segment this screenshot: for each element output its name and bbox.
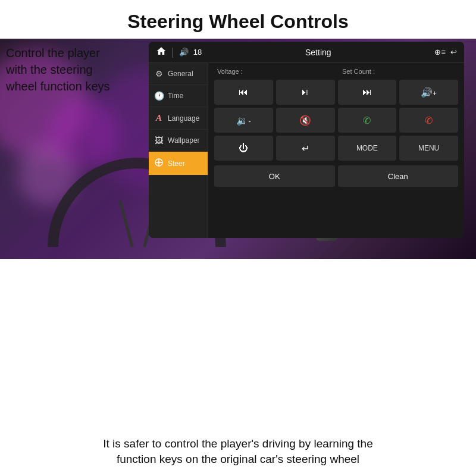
sidebar-label-wallpaper: Wallpaper (168, 136, 200, 145)
page-title: Steering Wheel Controls (0, 0, 476, 39)
left-description: Control the player with the steering whe… (6, 45, 110, 95)
top-bar: | 🔊 18 Setting ⊕≡ ↩ (149, 42, 464, 63)
time-icon: 🕐 (154, 91, 164, 101)
sidebar-label-steer: Steer (168, 159, 185, 168)
play-pause-button[interactable]: ⏯ (276, 80, 335, 105)
sidebar: ⚙ General 🕐 Time A Language 🖼 Wallpaper (149, 63, 208, 238)
steer-icon (154, 158, 164, 169)
general-icon: ⚙ (154, 69, 164, 79)
power-button[interactable]: ⏻ (214, 136, 273, 161)
call-reject-icon: ✆ (425, 115, 433, 126)
mute-icon: 🔇 (299, 115, 311, 126)
clean-button[interactable]: Clean (338, 165, 459, 187)
control-button-grid: ⏮ ⏯ ⏭ 🔊+ 🔉- 🔇 (214, 80, 458, 161)
volume-up-button[interactable]: 🔊+ (399, 80, 458, 105)
top-bar-right: ⊕≡ ↩ (434, 48, 457, 57)
ok-button[interactable]: OK (214, 165, 335, 187)
sidebar-label-time: Time (168, 92, 183, 100)
voltage-label: Voltage : (217, 68, 330, 75)
prev-track-icon: ⏮ (239, 87, 248, 98)
next-track-icon: ⏭ (362, 87, 372, 98)
call-accept-icon: ✆ (363, 115, 371, 126)
top-bar-title: Setting (305, 48, 331, 57)
usb-icon: ⊕≡ (434, 48, 446, 57)
sidebar-item-steer[interactable]: Steer (149, 152, 208, 176)
bottom-text: It is safer to control the player's driv… (0, 428, 476, 476)
bottom-text-line2: function keys on the original car's stee… (117, 453, 359, 465)
sidebar-label-language: Language (168, 114, 199, 123)
svg-point-1 (158, 161, 160, 164)
top-bar-left: | 🔊 18 (156, 46, 202, 58)
sidebar-item-general[interactable]: ⚙ General (149, 63, 208, 85)
sidebar-item-wallpaper[interactable]: 🖼 Wallpaper (149, 130, 208, 152)
bottom-action-row: OK Clean (214, 165, 458, 187)
home-icon[interactable] (156, 46, 167, 58)
volume-down-icon: 🔉- (236, 115, 250, 126)
sidebar-label-general: General (168, 70, 193, 78)
mute-button[interactable]: 🔇 (276, 108, 335, 133)
enter-icon: ↵ (302, 143, 309, 154)
prev-track-button[interactable]: ⏮ (214, 80, 273, 105)
menu-button[interactable]: MENU (399, 136, 458, 161)
power-icon: ⏻ (239, 143, 248, 154)
set-count-label: Set Count : (342, 68, 455, 75)
sidebar-item-language[interactable]: A Language (149, 107, 208, 130)
next-track-button[interactable]: ⏭ (338, 80, 397, 105)
menu-label: MENU (418, 144, 439, 152)
call-accept-button[interactable]: ✆ (338, 108, 397, 133)
bottom-text-line1: It is safer to control the player's driv… (103, 437, 373, 450)
volume-icon: 🔊 (179, 48, 189, 57)
mode-button[interactable]: MODE (338, 136, 397, 161)
panel-body: ⚙ General 🕐 Time A Language 🖼 Wallpaper (149, 63, 464, 238)
language-icon: A (154, 113, 164, 123)
volume-up-icon: 🔊+ (421, 87, 437, 98)
volume-down-button[interactable]: 🔉- (214, 108, 273, 133)
enter-button[interactable]: ↵ (276, 136, 335, 161)
volume-level: 18 (193, 48, 202, 57)
settings-panel: | 🔊 18 Setting ⊕≡ ↩ ⚙ General 🕐 Time (149, 42, 464, 238)
call-reject-button[interactable]: ✆ (399, 108, 458, 133)
sidebar-item-time[interactable]: 🕐 Time (149, 85, 208, 107)
content-area: Voltage : Set Count : ⏮ ⏯ ⏭ (208, 63, 464, 238)
play-pause-icon: ⏯ (300, 87, 310, 98)
wallpaper-icon: 🖼 (154, 136, 164, 145)
content-labels: Voltage : Set Count : (214, 68, 458, 75)
mode-label: MODE (356, 144, 378, 152)
back-icon[interactable]: ↩ (450, 48, 457, 57)
middle-section: ☎ (( ✱ ⏮ ⏭ Control the player with the s… (0, 39, 476, 259)
